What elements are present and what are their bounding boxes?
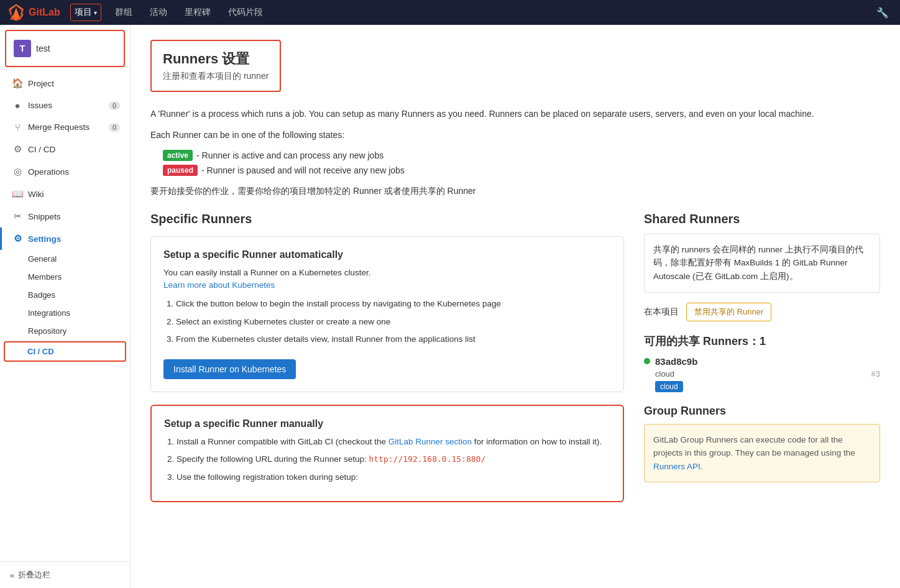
snippets-icon: ✂ — [12, 211, 23, 222]
manual-step-3: Use the following registration token dur… — [177, 471, 610, 484]
intro-text-2: Each Runner can be in one of the followi… — [150, 128, 880, 142]
nav-item-activity[interactable]: 活动 — [146, 4, 171, 21]
sidebar-sub-item-integrations[interactable]: Integrations — [0, 304, 130, 322]
runner-cloud-label: cloud — [655, 369, 674, 379]
specific-runners-title: Specific Runners — [150, 212, 624, 226]
sidebar-item-issues[interactable]: ● Issues 0 — [0, 94, 130, 116]
sidebar-item-settings[interactable]: ⚙ Settings — [0, 227, 130, 250]
nav-item-snippets[interactable]: 代码片段 — [224, 4, 267, 21]
manual-runner-title: Setup a specific Runner manually — [164, 418, 610, 430]
auto-step-2: Select an existing Kubernetes cluster or… — [176, 316, 611, 328]
sidebar-sub-item-general[interactable]: General — [0, 250, 130, 268]
runner-id: 83ad8c9b — [655, 356, 697, 367]
settings-subnav: General Members Badges Integrations Repo… — [0, 250, 130, 362]
page-subtitle: 注册和查看本项目的 runner — [163, 71, 269, 82]
chevron-down-icon: ▾ — [94, 9, 97, 16]
nav-item-milestone[interactable]: 里程碑 — [181, 4, 214, 21]
state-active: active - Runner is active and can proces… — [163, 150, 880, 161]
cicd-icon: ⚙ — [12, 144, 23, 155]
avatar: T — [14, 40, 31, 57]
settings-icon: ⚙ — [12, 233, 23, 244]
wiki-icon: 📖 — [12, 188, 23, 200]
runner-status-dot — [644, 358, 650, 364]
sidebar-nav: 🏠 Project ● Issues 0 ⑂ Merge Requests 0 … — [0, 72, 130, 561]
sidebar-item-wiki[interactable]: 📖 Wiki — [0, 183, 130, 205]
page-header: Runners 设置 注册和查看本项目的 runner — [150, 40, 281, 92]
sidebar-sub-item-badges[interactable]: Badges — [0, 286, 130, 304]
manual-runner-steps: Install a Runner compatible with GitLab … — [177, 436, 610, 484]
sidebar-sub-item-cicd[interactable]: CI / CD — [4, 341, 126, 362]
sidebar-sub-item-repository[interactable]: Repository — [0, 322, 130, 340]
shared-runners-column: Shared Runners 共享的 runners 会在同样的 runner … — [644, 212, 880, 515]
wrench-icon[interactable]: 🔧 — [873, 4, 893, 21]
auto-runner-title: Setup a specific Runner automatically — [163, 249, 611, 260]
project-name: test — [36, 44, 50, 53]
sidebar-sub-item-members[interactable]: Members — [0, 268, 130, 286]
manual-step-2: Specify the following URL during the Run… — [177, 453, 610, 466]
auto-runner-steps: Click the button below to begin the inst… — [176, 298, 611, 346]
install-runner-kubernetes-button[interactable]: Install Runner on Kubernetes — [163, 359, 296, 379]
state-paused: paused - Runner is paused and will not r… — [163, 165, 880, 176]
group-runners-desc: GitLab Group Runners can execute code fo… — [653, 433, 871, 474]
main-layout: T test 🏠 Project ● Issues 0 ⑂ Merge Requ… — [0, 25, 900, 588]
top-navigation: GitLab 项目 ▾ 群组 活动 里程碑 代码片段 🔧 — [0, 0, 900, 25]
disable-shared-runner-button[interactable]: 禁用共享的 Runner — [686, 303, 771, 321]
runner-url: http://192.168.0.15:880/ — [369, 454, 485, 464]
shared-runners-action: 在本项目 禁用共享的 Runner — [644, 303, 880, 321]
manual-step-1: Install a Runner compatible with GitLab … — [177, 436, 610, 448]
runner-meta: cloud #3 — [644, 369, 880, 379]
gitlab-runner-link[interactable]: GitLab Runner section — [388, 437, 472, 446]
auto-runner-desc: You can easily install a Runner on a Kub… — [163, 267, 611, 292]
sidebar-item-cicd[interactable]: ⚙ CI / CD — [0, 138, 130, 160]
sidebar-item-operations[interactable]: ◎ Operations — [0, 160, 130, 183]
group-runners-title: Group Runners — [644, 405, 880, 418]
runners-api-link[interactable]: Runners API — [653, 462, 700, 471]
auto-runner-card: Setup a specific Runner automatically Yo… — [150, 236, 624, 392]
shared-runners-desc: 共享的 runners 会在同样的 runner 上执行不同项目的代码，除非配置… — [644, 234, 880, 293]
merge-requests-icon: ⑂ — [12, 122, 23, 132]
project-selector[interactable]: T test — [5, 30, 125, 67]
manual-runner-card: Setup a specific Runner manually Install… — [150, 405, 624, 502]
page-title: Runners 设置 — [163, 50, 269, 68]
main-content: Runners 设置 注册和查看本项目的 runner A 'Runner' i… — [131, 25, 900, 588]
states-list: active - Runner is active and can proces… — [163, 150, 880, 176]
auto-step-1: Click the button below to begin the inst… — [176, 298, 611, 310]
active-text: - Runner is active and can process any n… — [196, 150, 383, 160]
group-runners-box: GitLab Group Runners can execute code fo… — [644, 424, 880, 483]
sidebar: T test 🏠 Project ● Issues 0 ⑂ Merge Requ… — [0, 25, 131, 588]
home-icon: 🏠 — [12, 78, 23, 89]
nav-item-group[interactable]: 群组 — [111, 4, 136, 21]
runner-name: 83ad8c9b — [644, 356, 880, 367]
sidebar-item-snippets[interactable]: ✂ Snippets — [0, 205, 130, 227]
active-badge: active — [163, 150, 193, 161]
auto-step-3: From the Kubernetes cluster details view… — [176, 333, 611, 346]
nav-item-project[interactable]: 项目 ▾ — [70, 4, 101, 21]
runner-tag-cloud: cloud — [655, 381, 683, 392]
runner-num: #3 — [871, 369, 880, 379]
collapse-sidebar-button[interactable]: « 折叠边栏 — [0, 561, 130, 588]
gitlab-logo[interactable]: GitLab — [7, 4, 60, 21]
issues-icon: ● — [12, 100, 23, 111]
operations-icon: ◎ — [12, 166, 23, 177]
sidebar-item-project[interactable]: 🏠 Project — [0, 72, 130, 94]
sidebar-item-merge-requests[interactable]: ⑂ Merge Requests 0 — [0, 116, 130, 138]
chevron-left-icon: « — [10, 571, 14, 580]
intro-cta: 要开始接受你的作业，需要你给你的项目增加特定的 Runner 或者使用共享的 R… — [150, 186, 880, 197]
shared-runners-title: Shared Runners — [644, 212, 880, 226]
two-column-layout: Specific Runners Setup a specific Runner… — [150, 212, 880, 515]
paused-text: - Runner is paused and will not receive … — [201, 165, 405, 175]
paused-badge: paused — [163, 165, 198, 176]
runner-tags: cloud — [644, 381, 880, 392]
runner-item: 83ad8c9b cloud #3 cloud — [644, 356, 880, 392]
merge-requests-badge: 0 — [109, 123, 120, 132]
available-runners-title: 可用的共享 Runners：1 — [644, 334, 880, 349]
issues-badge: 0 — [109, 101, 120, 110]
action-label: 在本项目 — [644, 306, 679, 318]
specific-runners-column: Specific Runners Setup a specific Runner… — [150, 212, 624, 515]
intro-text-1: A 'Runner' is a process which runs a job… — [150, 107, 880, 121]
kubernetes-link[interactable]: Learn more about Kubernetes — [163, 280, 275, 290]
